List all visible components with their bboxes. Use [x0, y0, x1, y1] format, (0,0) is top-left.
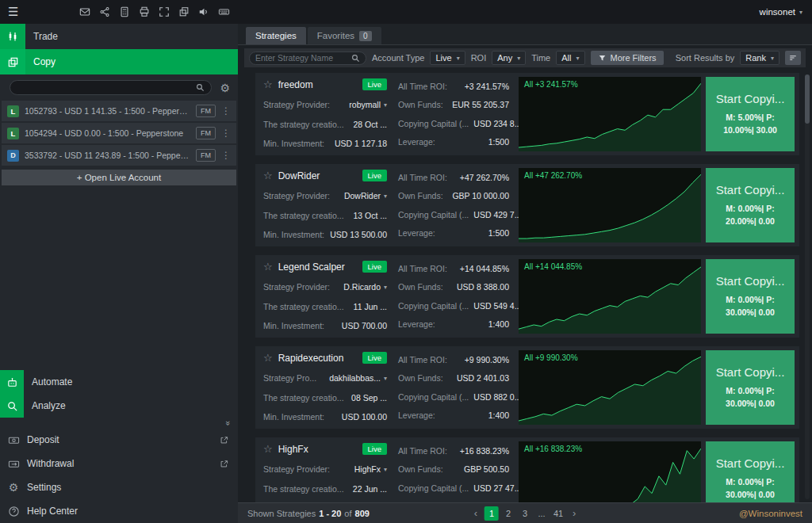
- automate-robot-icon: [0, 370, 24, 394]
- kebab-menu-icon[interactable]: ⋮: [221, 150, 231, 161]
- start-copying-button[interactable]: Start Copyi... M: 5.00%| P: 10.00%| 30.0…: [706, 77, 795, 151]
- funnel-icon: [598, 54, 607, 63]
- all-time-roi-label: All Time ROI:: [398, 82, 447, 91]
- strategy-name[interactable]: Rapidexecution: [278, 353, 344, 364]
- next-page-button[interactable]: ›: [568, 507, 580, 519]
- trade-candles-icon: [0, 24, 25, 49]
- time-select[interactable]: All▾: [556, 51, 584, 65]
- roi-select[interactable]: Any▾: [492, 51, 526, 65]
- favorite-star-icon[interactable]: ☆: [263, 170, 273, 181]
- sidebar-item-help-center[interactable]: Help Center: [0, 499, 238, 523]
- mail-icon[interactable]: [79, 6, 90, 17]
- provider-label: Strategy Provider:: [263, 464, 330, 474]
- sidebar-item-label: Analyze: [32, 400, 66, 411]
- strategy-name[interactable]: DowRider: [278, 170, 320, 181]
- provider-select[interactable]: dakhilabbas...▾: [329, 373, 387, 383]
- start-copying-button[interactable]: Start Copyi... M: 0.00%| P: 30.00%| 0.00: [706, 350, 795, 425]
- roi-chart-thumbnail[interactable]: All +16 838.23%: [519, 441, 701, 502]
- strategy-name[interactable]: freedom: [278, 79, 313, 90]
- scrollbar-thumb[interactable]: [805, 74, 810, 124]
- kebab-menu-icon[interactable]: ⋮: [221, 105, 231, 116]
- sidebar-item-deposit[interactable]: Deposit: [0, 428, 238, 452]
- account-list: L 1052793 - USD 1 141.35 - 1:500 - Peppe…: [0, 100, 238, 168]
- help-question-icon: [0, 506, 27, 517]
- keyboard-icon[interactable]: [218, 6, 230, 17]
- sidebar-item-settings[interactable]: ⚙ Settings: [0, 475, 238, 499]
- roi-chart-thumbnail[interactable]: All +3 241.57%: [519, 77, 701, 151]
- account-row[interactable]: L 1052793 - USD 1 141.35 - 1:500 - Peppe…: [2, 101, 236, 121]
- provider-select[interactable]: robymall▾: [349, 100, 387, 109]
- search-settings-gear-icon[interactable]: ⚙: [220, 82, 230, 94]
- favorite-star-icon[interactable]: ☆: [263, 261, 273, 273]
- copy-pages-icon[interactable]: [178, 6, 190, 17]
- provider-select[interactable]: D.Ricardo▾: [343, 282, 387, 292]
- own-funds-value: USD 2 401.03: [457, 373, 509, 383]
- page-button[interactable]: 41: [551, 506, 565, 521]
- start-copying-button[interactable]: Start Copyi... M: 0.00%| P: 30.00%| 0.00: [706, 259, 795, 334]
- chart-roi-label: All +3 241.57%: [524, 80, 578, 89]
- page-button[interactable]: 3: [518, 506, 532, 521]
- demo-account-badge: D: [7, 150, 19, 162]
- sidebar-item-label: Trade: [33, 31, 58, 42]
- account-type-select[interactable]: Live▾: [430, 51, 465, 65]
- print-icon[interactable]: [139, 6, 150, 17]
- sidebar-scroll-indicator[interactable]: »: [0, 418, 238, 428]
- sort-order-button[interactable]: [785, 51, 801, 65]
- leverage-value: 1:400: [488, 319, 509, 329]
- sidebar-item-withdrawal[interactable]: Withdrawal: [0, 452, 238, 475]
- page-button[interactable]: 2: [501, 506, 515, 521]
- open-live-account-button[interactable]: + Open Live Account: [2, 170, 236, 185]
- sidebar-item-automate[interactable]: Automate: [0, 370, 238, 394]
- sidebar-item-analyze[interactable]: Analyze: [0, 394, 238, 418]
- sidebar-item-copy[interactable]: Copy: [0, 49, 238, 74]
- sort-select[interactable]: Rank▾: [740, 51, 779, 65]
- provider-select[interactable]: DowRider▾: [344, 191, 387, 200]
- favorite-star-icon[interactable]: ☆: [263, 352, 273, 364]
- start-copying-button[interactable]: Start Copyi... M: 0.00%| P: 30.00%| 0.00: [706, 441, 795, 502]
- volume-icon[interactable]: [198, 6, 209, 17]
- fees-summary: M: 0.00%| P: 30.00%| 0.00: [713, 384, 787, 410]
- fm-button[interactable]: FM: [196, 105, 216, 117]
- strategy-name[interactable]: Legend Scalper: [278, 262, 345, 273]
- prev-page-button[interactable]: ‹: [469, 507, 482, 519]
- strategy-name[interactable]: HighFx: [278, 444, 308, 455]
- account-search-input[interactable]: [17, 83, 192, 93]
- calculator-icon[interactable]: [119, 6, 130, 17]
- page-button[interactable]: 1: [485, 506, 499, 521]
- selected-value: Live: [435, 53, 451, 63]
- search-icon[interactable]: [351, 54, 360, 63]
- strategy-search-input[interactable]: [255, 53, 348, 63]
- roi-chart-thumbnail[interactable]: All +47 262.70%: [519, 168, 701, 242]
- fm-button[interactable]: FM: [196, 149, 216, 162]
- roi-chart-thumbnail[interactable]: All +14 044.85%: [519, 259, 701, 334]
- list-scrollbar[interactable]: [805, 74, 810, 499]
- live-badge: Live: [362, 261, 387, 273]
- menu-icon[interactable]: ☰: [8, 5, 18, 19]
- tab-strategies[interactable]: Strategies: [246, 27, 306, 44]
- copying-capital-label: Copying Capital (...: [398, 483, 469, 493]
- fm-button[interactable]: FM: [196, 127, 216, 139]
- start-copying-button[interactable]: Start Copyi... M: 0.00%| P: 20.00%| 0.00: [706, 168, 795, 242]
- account-row[interactable]: L 1054294 - USD 0.00 - 1:500 - Peppersto…: [2, 123, 236, 143]
- all-time-roi-value: +47 262.70%: [460, 173, 509, 182]
- search-icon: [196, 83, 205, 92]
- fees-summary: M: 0.00%| P: 20.00%| 0.00: [713, 202, 787, 228]
- more-filters-button[interactable]: More Filters: [591, 51, 664, 65]
- provider-select[interactable]: HighFx▾: [354, 464, 387, 474]
- min-investment-label: Min. Investment:: [263, 230, 324, 239]
- account-row[interactable]: D 3533792 - USD 11 243.89 - 1:500 - Pepp…: [2, 145, 236, 166]
- share-icon[interactable]: [99, 6, 110, 17]
- tab-favorites[interactable]: Favorites 0: [308, 27, 381, 44]
- creation-date-label: The strategy creatio...: [263, 484, 344, 494]
- page-ellipsis: ...: [534, 506, 549, 521]
- strategy-info-column: ☆ Legend Scalper Live Strategy Provider:…: [260, 259, 393, 334]
- kebab-menu-icon[interactable]: ⋮: [221, 128, 231, 139]
- sidebar-item-trade[interactable]: Trade: [0, 24, 238, 49]
- all-time-roi-label: All Time ROI:: [398, 173, 447, 182]
- favorite-star-icon[interactable]: ☆: [263, 443, 273, 455]
- favorite-star-icon[interactable]: ☆: [263, 78, 273, 90]
- account-menu[interactable]: winsonet ▾: [238, 7, 812, 17]
- copying-capital-value: USD 429 7...: [473, 210, 521, 220]
- roi-chart-thumbnail[interactable]: All +9 990.30%: [519, 350, 701, 425]
- expand-icon[interactable]: [159, 6, 170, 17]
